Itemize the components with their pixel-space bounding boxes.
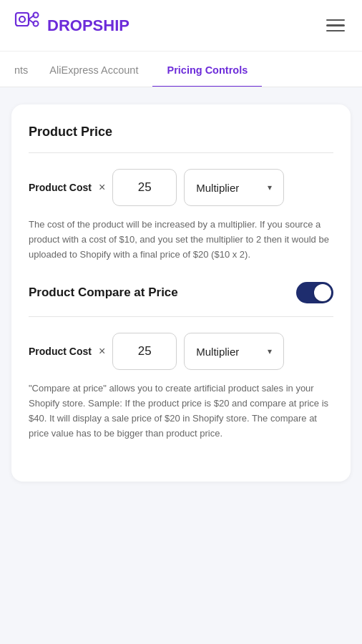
- pricing-card: Product Price Product Cost × Multiplier …: [11, 104, 351, 482]
- product-price-description: The cost of the product will be increase…: [29, 218, 333, 262]
- product-cost-label-1: Product Cost: [29, 181, 92, 194]
- product-cost-label-2: Product Cost: [29, 345, 92, 358]
- tab-aliexpress[interactable]: AliExpress Account: [35, 53, 152, 88]
- multiplier-dropdown-2[interactable]: Multiplier ▾: [184, 333, 284, 370]
- product-price-title: Product Price: [29, 125, 333, 140]
- product-cost-input-2[interactable]: [112, 333, 177, 370]
- compare-price-toggle[interactable]: [296, 282, 333, 303]
- divider-2: [29, 316, 333, 317]
- chevron-down-icon-2: ▾: [268, 346, 272, 356]
- logo-text: DROPSHIP: [47, 16, 129, 35]
- compare-price-header-row: Product Compare at Price: [29, 282, 333, 303]
- tab-bar: nts AliExpress Account Pricing Controls: [0, 52, 362, 87]
- multiply-icon-2: ×: [99, 345, 105, 358]
- main-content: Product Price Product Cost × Multiplier …: [0, 87, 362, 499]
- tab-partial[interactable]: nts: [0, 53, 35, 88]
- multiply-icon-1: ×: [99, 181, 105, 194]
- product-price-input-row: Product Cost × Multiplier ▾: [29, 169, 333, 206]
- logo-icon: [14, 11, 43, 40]
- product-cost-input-1[interactable]: [112, 169, 177, 206]
- compare-price-input-row: Product Cost × Multiplier ▾: [29, 333, 333, 370]
- logo: DROPSHIP: [14, 11, 129, 40]
- compare-price-description: "Compare at price" allows you to create …: [29, 381, 333, 441]
- toggle-thumb: [314, 284, 331, 301]
- chevron-down-icon-1: ▾: [268, 182, 272, 192]
- compare-price-title: Product Compare at Price: [29, 286, 178, 300]
- hamburger-menu[interactable]: [323, 16, 348, 35]
- toggle-track[interactable]: [296, 282, 333, 303]
- tab-pricing-controls[interactable]: Pricing Controls: [152, 53, 262, 88]
- svg-point-1: [19, 16, 25, 22]
- svg-rect-0: [16, 13, 29, 26]
- multiplier-dropdown-1[interactable]: Multiplier ▾: [184, 169, 284, 206]
- app-header: DROPSHIP: [0, 0, 362, 52]
- divider-1: [29, 152, 333, 153]
